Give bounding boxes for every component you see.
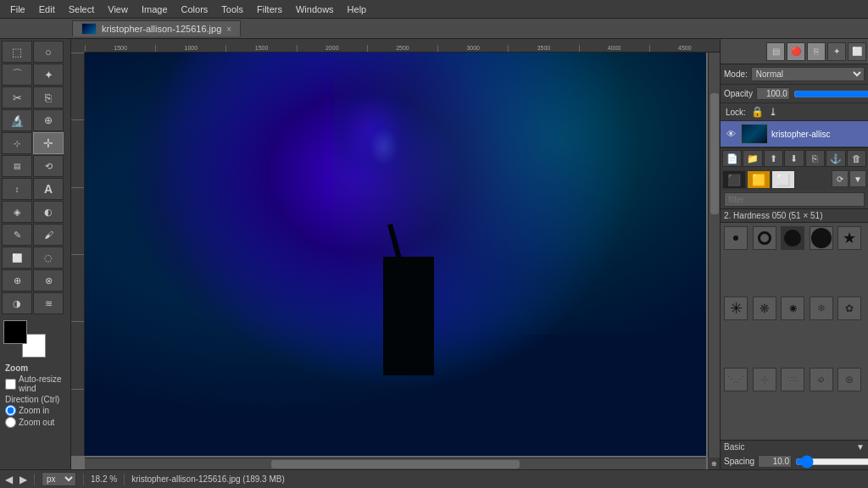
free-select-tool[interactable]: ⌒ <box>2 64 32 86</box>
measure-tool[interactable]: ⊹ <box>2 132 32 154</box>
opacity-input[interactable] <box>756 87 790 100</box>
layer-visibility-toggle[interactable]: 👁 <box>724 127 737 141</box>
image-tab[interactable]: kristopher-allison-125616.jpg × <box>72 20 241 36</box>
paintbrush-tool[interactable]: 🖌 <box>33 224 64 246</box>
vertical-scrollbar[interactable] <box>708 53 720 458</box>
spacing-slider[interactable] <box>795 457 868 467</box>
brush-item[interactable]: ★ <box>837 226 861 250</box>
move-tool[interactable]: ✛ <box>33 132 64 154</box>
text-tool[interactable]: A <box>33 178 64 200</box>
zoom-out-radio[interactable] <box>5 417 16 428</box>
lock-pixels-icon[interactable]: 🔒 <box>751 106 764 118</box>
zoom-in-option[interactable]: Zoom in <box>5 405 65 416</box>
navigate-corner[interactable]: ⊕ <box>708 458 720 469</box>
rectangle-select-tool[interactable]: ⬚ <box>2 41 32 63</box>
zoom-out-option[interactable]: Zoom out <box>5 417 65 428</box>
menu-view[interactable]: View <box>101 3 135 16</box>
delete-layer-btn[interactable]: 🗑 <box>847 150 866 167</box>
lower-layer-btn[interactable]: ⬇ <box>784 150 804 167</box>
paths-icon[interactable]: ⎘ <box>807 42 826 61</box>
nav-prev[interactable]: ◀ <box>5 474 13 485</box>
brush-item[interactable] <box>724 226 748 250</box>
opacity-slider[interactable] <box>793 89 868 99</box>
fg-bg-box[interactable] <box>3 320 46 358</box>
lock-position-icon[interactable]: ⤓ <box>769 106 777 118</box>
anchor-layer-btn[interactable]: ⚓ <box>826 150 845 167</box>
layers-toolbar: 📄 📁 ⬆ ⬇ ⎘ ⚓ 🗑 <box>721 147 868 169</box>
menu-windows[interactable]: Windows <box>289 3 341 16</box>
raise-layer-btn[interactable]: ⬆ <box>764 150 783 167</box>
brush-item[interactable]: ⊛ <box>837 368 861 391</box>
filename-status: kristopher-allison-125616.jpg (189.3 MB) <box>131 474 285 484</box>
brush-item[interactable]: ꩜ <box>810 368 833 391</box>
brush-item[interactable]: ⋱⋰ <box>724 368 748 391</box>
brush-item[interactable]: ∵∴ <box>781 368 804 391</box>
menu-image[interactable]: Image <box>135 3 175 16</box>
new-layer-btn[interactable]: 📄 <box>722 150 742 167</box>
menu-edit[interactable]: Edit <box>32 3 62 16</box>
layer-mode-select[interactable]: Normal Multiply Screen Overlay <box>751 67 865 81</box>
color-picker-tool[interactable]: 🔬 <box>2 109 32 131</box>
tab-close[interactable]: × <box>226 25 231 34</box>
menu-help[interactable]: Help <box>341 3 374 16</box>
zoom-tool[interactable]: ⊕ <box>33 109 64 131</box>
brush-item[interactable]: ✳ <box>724 297 748 320</box>
menu-colors[interactable]: Colors <box>175 3 215 16</box>
brush-item[interactable] <box>753 226 776 250</box>
clone-tool[interactable]: ⊕ <box>2 269 32 291</box>
brush-refresh-btn[interactable]: ⟳ <box>832 170 849 187</box>
layers-panel-icon[interactable]: ▤ <box>766 42 785 61</box>
duplicate-layer-btn[interactable]: ⎘ <box>805 150 825 167</box>
spacing-input[interactable] <box>758 455 792 468</box>
flip-tool[interactable]: ↕ <box>2 178 32 200</box>
brush-item[interactable]: ⁕ <box>781 297 804 320</box>
scissors-tool[interactable]: ✂ <box>2 86 32 108</box>
brush-color-tab[interactable]: 🟨 <box>747 170 771 189</box>
menu-tools[interactable]: Tools <box>214 3 250 16</box>
brush-dropdown-icon[interactable]: ▼ <box>856 442 865 452</box>
dodge-burn-tool[interactable]: ◑ <box>2 292 32 314</box>
eraser-tool[interactable]: ⬜ <box>2 247 32 269</box>
align-tool[interactable]: ▤ <box>2 155 32 177</box>
brush-item[interactable] <box>810 226 833 250</box>
brush-item[interactable] <box>781 226 804 250</box>
more-icon[interactable]: ✦ <box>827 42 846 61</box>
new-layer-group-btn[interactable]: 📁 <box>743 150 762 167</box>
image-canvas[interactable] <box>85 53 706 456</box>
zoom-out-label: Zoom out <box>19 418 54 427</box>
maximize-icon[interactable]: ⬜ <box>848 42 866 61</box>
menu-select[interactable]: Select <box>62 3 102 16</box>
brush-grid: ★ ✳ ❋ ⁕ ❄ ✿ ⋱⋰ ⊹ ∵∴ ꩜ ⊛ <box>721 223 868 440</box>
brush-item[interactable]: ✿ <box>837 297 861 320</box>
foreground-color[interactable] <box>3 320 27 344</box>
heal-tool[interactable]: ⊗ <box>33 269 64 291</box>
channels-icon[interactable]: 🔴 <box>787 42 805 61</box>
brush-black-tab[interactable]: ⬛ <box>722 170 746 189</box>
person-silhouette <box>383 257 434 375</box>
paintbucket-tool[interactable]: ◈ <box>2 201 32 223</box>
fuzzy-select-tool[interactable]: ✦ <box>33 64 64 86</box>
smudge-tool[interactable]: ≋ <box>33 292 64 314</box>
unit-select[interactable]: px % mm <box>42 472 76 486</box>
brush-menu-btn[interactable]: ▼ <box>849 170 866 187</box>
brush-item[interactable]: ❋ <box>753 297 776 320</box>
status-bar: ◀ ▶ px % mm 18.2 % kristopher-allison-12… <box>0 469 868 488</box>
menu-filters[interactable]: Filters <box>250 3 289 16</box>
brush-item[interactable]: ⊹ <box>753 368 776 391</box>
brush-white-tab[interactable]: ⬜ <box>771 170 795 189</box>
airbrush-tool[interactable]: ◌ <box>33 247 64 269</box>
brush-filter-input[interactable] <box>724 192 865 207</box>
ruler-mark: 2000 <box>297 45 367 52</box>
layer-item[interactable]: 👁 kristopher-allisc <box>721 121 868 147</box>
zoom-in-radio[interactable] <box>5 405 16 416</box>
auto-resize-checkbox[interactable] <box>5 379 16 390</box>
paths-tool[interactable]: ⎘ <box>33 86 64 108</box>
blend-tool[interactable]: ◐ <box>33 201 64 223</box>
transform-tool[interactable]: ⟲ <box>33 155 64 177</box>
horizontal-scrollbar[interactable] <box>85 458 706 469</box>
ellipse-select-tool[interactable]: ○ <box>33 41 64 63</box>
brush-item[interactable]: ❄ <box>810 297 833 320</box>
nav-next[interactable]: ▶ <box>19 474 27 485</box>
pencil-tool[interactable]: ✎ <box>2 224 32 246</box>
menu-file[interactable]: File <box>3 3 32 16</box>
